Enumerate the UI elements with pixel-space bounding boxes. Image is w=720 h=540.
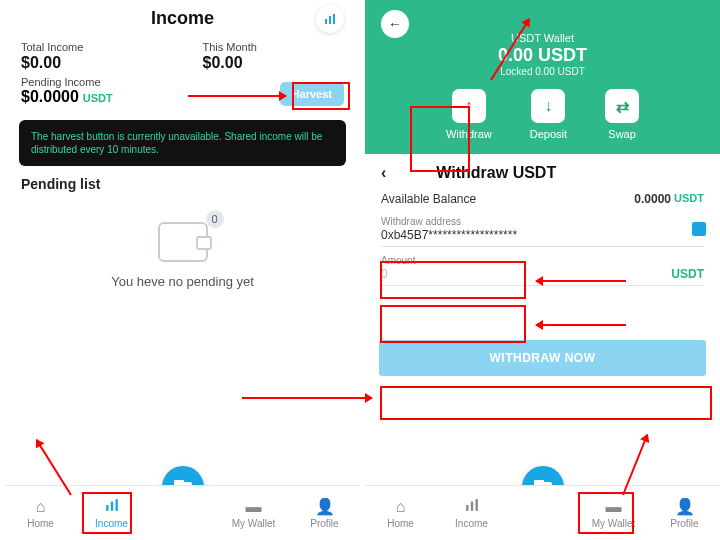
svg-rect-9: [534, 480, 544, 484]
nav-spacer: [507, 486, 578, 540]
nav-profile[interactable]: 👤Profile: [649, 486, 720, 540]
value: $0.00: [203, 54, 345, 72]
label: Profile: [670, 518, 698, 529]
label: Amount: [381, 255, 704, 266]
address-field[interactable]: Withdraw address 0xb45B7****************…: [381, 216, 704, 247]
wallet-icon: ▬: [606, 498, 622, 516]
income-screen: Income Total Income $0.00 This Month $0.…: [5, 0, 360, 540]
badge: 0: [206, 210, 224, 228]
withdraw-title: Withdraw USDT: [436, 164, 556, 182]
svg-rect-12: [475, 499, 477, 511]
svg-rect-2: [333, 14, 335, 24]
page-title: Income: [151, 8, 214, 29]
label: Total Income: [21, 41, 163, 53]
amount: $0.0000: [21, 88, 79, 106]
label: Available Balance: [381, 192, 476, 206]
deposit-action[interactable]: ↓ Deposit: [530, 89, 567, 140]
swap-action[interactable]: ⇄ Swap: [605, 89, 639, 140]
stats-row: Total Income $0.00 This Month $0.00: [5, 37, 360, 72]
svg-rect-7: [115, 499, 117, 511]
notice-banner: The harvest button is currently unavaila…: [19, 120, 346, 166]
label: Home: [27, 518, 54, 529]
label: My Wallet: [592, 518, 636, 529]
nav-income[interactable]: Income: [436, 486, 507, 540]
clipboard-icon[interactable]: [692, 222, 706, 236]
home-icon: ⌂: [396, 498, 406, 516]
nav-home[interactable]: ⌂Home: [5, 486, 76, 540]
label: Income: [95, 518, 128, 529]
wallet-panel: ← USDT Wallet 0.00 USDT Locked 0.00 USDT…: [365, 0, 720, 154]
user-icon: 👤: [315, 497, 335, 516]
value: 0xb45B7*******************: [381, 228, 704, 242]
svg-rect-10: [466, 505, 468, 511]
value: 0.0000 USDT: [634, 192, 704, 206]
wallet-amount: 0.00 USDT: [381, 45, 704, 66]
header: Income: [5, 0, 360, 37]
svg-rect-1: [329, 16, 331, 24]
harvest-button[interactable]: Harvest: [280, 82, 344, 106]
svg-rect-4: [174, 480, 184, 484]
withdraw-action[interactable]: ↑ Withdraw: [446, 89, 492, 140]
home-icon: ⌂: [36, 498, 46, 516]
value: $0.0000 USDT: [21, 88, 113, 106]
empty-text: You heve no pending yet: [111, 274, 254, 289]
chevron-left-icon[interactable]: ‹: [381, 164, 386, 182]
pending-list-title: Pending list: [5, 176, 360, 192]
label: Home: [387, 518, 414, 529]
user-icon: 👤: [675, 497, 695, 516]
label: Profile: [310, 518, 338, 529]
withdraw-now-button[interactable]: WITHDRAW NOW: [379, 340, 706, 376]
label: Withdraw address: [381, 216, 704, 227]
bottom-nav: ⌂Home Income ▬My Wallet 👤Profile: [365, 485, 720, 540]
nav-wallet[interactable]: ▬My Wallet: [578, 486, 649, 540]
bottom-nav: ⌂Home Income ▬My Wallet 👤Profile: [5, 485, 360, 540]
wallet-info: USDT Wallet 0.00 USDT Locked 0.00 USDT: [381, 32, 704, 77]
pending-row: Pending Income $0.0000 USDT Harvest: [5, 72, 360, 114]
svg-rect-6: [110, 501, 112, 510]
annotation-arrow: [242, 397, 372, 399]
svg-rect-11: [470, 501, 472, 510]
wallet-screen: ← USDT Wallet 0.00 USDT Locked 0.00 USDT…: [365, 0, 720, 540]
wallet-locked: Locked 0.00 USDT: [381, 66, 704, 77]
arrow-up-icon: ↑: [452, 89, 486, 123]
balance-row: Available Balance 0.0000 USDT: [365, 186, 720, 212]
wallet-actions: ↑ Withdraw ↓ Deposit ⇄ Swap: [381, 89, 704, 140]
chart-icon[interactable]: [316, 5, 344, 33]
label: Deposit: [530, 128, 567, 140]
label: Pending Income: [21, 76, 113, 88]
withdraw-header: ‹ Withdraw USDT: [365, 154, 720, 186]
annotation-arrow: [188, 95, 286, 97]
nav-income[interactable]: Income: [76, 486, 147, 540]
label: My Wallet: [232, 518, 276, 529]
unit: USDT: [83, 92, 113, 104]
arrow-down-icon: ↓: [531, 89, 565, 123]
label: Swap: [608, 128, 636, 140]
label: This Month: [203, 41, 345, 53]
nav-wallet[interactable]: ▬My Wallet: [218, 486, 289, 540]
month-income: This Month $0.00: [203, 41, 345, 72]
svg-rect-0: [325, 19, 327, 24]
pending-income: Pending Income $0.0000 USDT: [21, 76, 113, 106]
nav-spacer: [147, 486, 218, 540]
label: Withdraw: [446, 128, 492, 140]
chart-icon: [105, 498, 119, 516]
annotation-arrow: [536, 280, 626, 282]
value: $0.00: [21, 54, 163, 72]
nav-profile[interactable]: 👤Profile: [289, 486, 360, 540]
chart-icon: [465, 498, 479, 516]
annotation-arrow: [536, 324, 626, 326]
svg-rect-5: [106, 505, 108, 511]
nav-home[interactable]: ⌂Home: [365, 486, 436, 540]
wallet-icon: ▬: [246, 498, 262, 516]
label: Income: [455, 518, 488, 529]
wallet-label: USDT Wallet: [381, 32, 704, 44]
unit: USDT: [671, 267, 704, 281]
wallet-icon: 0: [158, 222, 208, 262]
swap-icon: ⇄: [605, 89, 639, 123]
total-income: Total Income $0.00: [21, 41, 163, 72]
